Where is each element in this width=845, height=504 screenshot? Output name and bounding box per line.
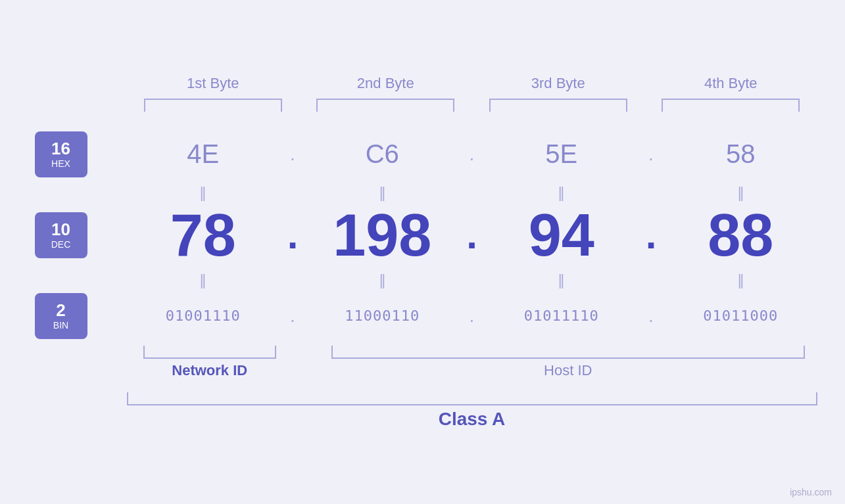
bin-row: 2 BIN 01001110 . 11000110 . 01011110 . 0… — [28, 293, 817, 339]
class-label: Class A — [127, 409, 817, 430]
hex-data-cells: 4E . C6 . 5E . 58 — [127, 139, 817, 169]
dec-byte2: 198 — [333, 202, 431, 268]
dec-byte4: 88 — [708, 202, 773, 268]
hex-badge-number: 16 — [51, 139, 70, 158]
bottom-brackets-row — [127, 346, 817, 359]
equal-7: ‖ — [485, 268, 639, 293]
network-bracket — [143, 346, 276, 359]
bin-byte2: 11000110 — [345, 308, 420, 324]
top-bracket-4 — [662, 99, 800, 112]
equal-row-2: ‖ ‖ ‖ ‖ — [28, 268, 817, 293]
dec-badge-base: DEC — [51, 239, 71, 250]
byte-headers: 1st Byte 2nd Byte 3rd Byte 4th Byte — [28, 75, 817, 92]
dec-byte1: 78 — [170, 202, 236, 268]
equal-5: ‖ — [127, 268, 280, 293]
hex-sep1: . — [279, 144, 306, 165]
dec-row: 10 DEC 78 . 198 . 94 . 88 — [28, 206, 817, 265]
hex-byte1: 4E — [187, 139, 219, 168]
equal-6: ‖ — [306, 268, 459, 293]
dec-sep1: . — [279, 212, 306, 258]
hex-row: 16 HEX 4E . C6 . 5E . 58 — [28, 131, 817, 177]
dec-data-cells: 78 . 198 . 94 . 88 — [127, 206, 817, 265]
class-bracket — [127, 392, 817, 405]
hex-byte3: 5E — [545, 139, 577, 168]
hex-badge: 16 HEX — [35, 131, 87, 177]
hex-badge-base: HEX — [51, 158, 70, 169]
hex-sep2: . — [459, 144, 485, 165]
top-brackets — [28, 99, 817, 112]
hex-byte2: C6 — [366, 139, 399, 168]
bin-byte1: 01001110 — [166, 308, 241, 324]
bin-badge-number: 2 — [56, 301, 65, 320]
top-bracket-2 — [316, 99, 454, 112]
bin-byte4: 01011000 — [703, 308, 778, 324]
bin-data-cells: 01001110 . 11000110 . 01011110 . 0101100… — [127, 306, 817, 327]
equal-8: ‖ — [664, 268, 817, 293]
top-bracket-1 — [144, 99, 282, 112]
dec-sep3: . — [638, 212, 664, 258]
network-id-label: Network ID — [172, 362, 247, 378]
bin-sep1: . — [279, 306, 306, 327]
bin-sep2: . — [459, 306, 485, 327]
hex-sep3: . — [638, 144, 664, 165]
bottom-area: Network ID Host ID — [28, 346, 817, 379]
dec-badge-number: 10 — [51, 220, 70, 239]
class-row: Class A — [28, 392, 817, 430]
main-container: 1st Byte 2nd Byte 3rd Byte 4th Byte 16 H… — [28, 75, 817, 430]
dec-sep2: . — [459, 212, 485, 258]
byte2-header: 2nd Byte — [299, 75, 472, 92]
host-id-label: Host ID — [544, 362, 592, 378]
bin-badge: 2 BIN — [35, 293, 87, 339]
dec-byte3: 94 — [529, 202, 594, 268]
bin-badge-base: BIN — [53, 320, 68, 331]
byte4-header: 4th Byte — [644, 75, 817, 92]
watermark: ipshu.com — [790, 487, 832, 497]
host-bracket — [331, 346, 805, 359]
labels-row: Network ID Host ID — [127, 362, 817, 379]
bin-sep3: . — [638, 306, 664, 327]
byte1-header: 1st Byte — [127, 75, 300, 92]
byte3-header: 3rd Byte — [472, 75, 645, 92]
hex-byte4: 58 — [726, 139, 756, 168]
dec-badge: 10 DEC — [35, 212, 87, 258]
bin-byte3: 01011110 — [524, 308, 599, 324]
top-bracket-3 — [489, 99, 627, 112]
